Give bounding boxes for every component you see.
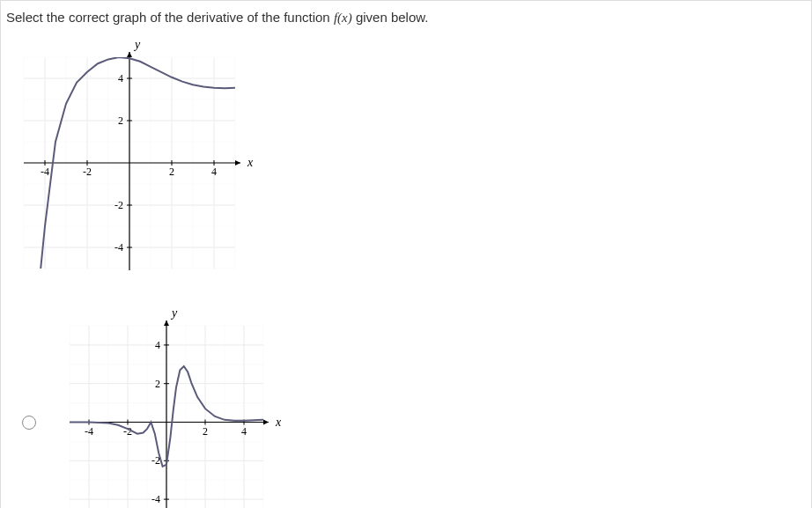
- option-radio-a[interactable]: [22, 416, 36, 430]
- svg-text:-4: -4: [41, 166, 49, 178]
- svg-text:y: y: [170, 310, 178, 320]
- svg-text:-4: -4: [114, 241, 123, 254]
- option-row-a: -4-224-4-224xy: [13, 310, 804, 508]
- svg-text:-2: -2: [114, 199, 123, 211]
- svg-text:y: y: [133, 41, 141, 51]
- svg-text:-2: -2: [83, 166, 92, 178]
- given-function-row: -4-224-4-224xy: [13, 41, 804, 279]
- question-fx: f(x): [334, 11, 352, 25]
- graphs-container: -4-224-4-224xy -4-224-4-224xy: [13, 41, 804, 508]
- question-text: Select the correct graph of the derivati…: [6, 10, 804, 26]
- question-prefix: Select the correct graph of the derivati…: [6, 10, 334, 25]
- question-suffix: given below.: [352, 10, 429, 25]
- svg-text:4: 4: [241, 425, 247, 438]
- svg-text:4: 4: [155, 339, 160, 351]
- svg-text:4: 4: [211, 166, 217, 178]
- svg-text:2: 2: [155, 378, 160, 390]
- svg-text:-4: -4: [151, 493, 160, 505]
- given-function-graph: -4-224-4-224xy: [13, 41, 260, 279]
- svg-text:4: 4: [118, 72, 123, 85]
- svg-text:2: 2: [169, 166, 174, 178]
- svg-text:2: 2: [118, 114, 123, 127]
- plot-fprime-a: -4-224-4-224xy: [59, 310, 288, 508]
- svg-text:x: x: [247, 156, 254, 169]
- option-graph-a: -4-224-4-224xy: [59, 310, 288, 508]
- svg-text:x: x: [275, 416, 282, 429]
- plot-f: -4-224-4-224xy: [13, 41, 260, 279]
- svg-text:2: 2: [203, 425, 208, 438]
- svg-text:-4: -4: [85, 425, 93, 438]
